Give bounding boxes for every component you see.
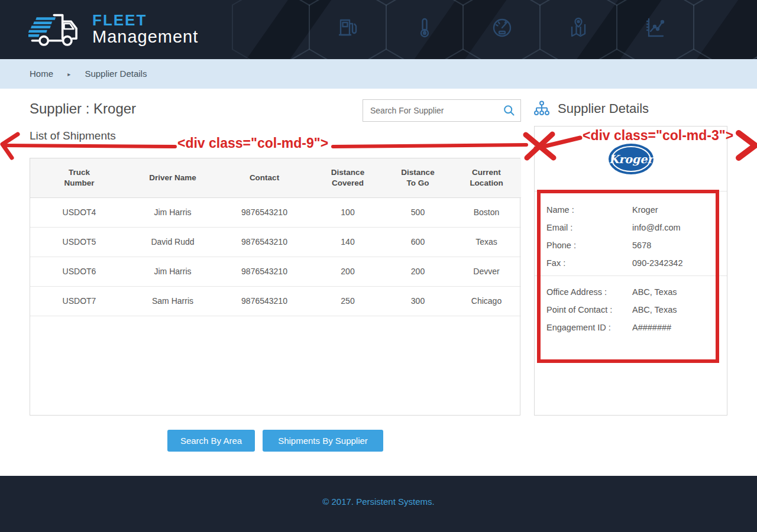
table-cell: 600 [384, 227, 452, 257]
field-value: ABC, Texas [632, 305, 677, 314]
column-header: Current Location [452, 158, 521, 197]
page-title: Supplier : Kroger [30, 100, 136, 117]
table-cell: 500 [384, 197, 452, 227]
field-row: Email :info@df.com [546, 219, 727, 236]
field-value: 5678 [632, 241, 651, 250]
list-of-shipments-title: List of Shipments [30, 129, 116, 142]
field-label: Fax : [546, 258, 632, 268]
field-label: Point of Contact : [546, 305, 632, 314]
copyright-text: © 2017. Persistent Systems. [0, 476, 757, 507]
field-label: Phone : [546, 241, 632, 250]
table-cell: 100 [312, 197, 384, 227]
search-by-area-button[interactable]: Search By Area [167, 430, 255, 452]
supplier-fields-group2: Office Address :ABC, TexasPoint of Conta… [535, 276, 727, 336]
table-row[interactable]: USDOT4Jim Harris9876543210100500Boston [30, 197, 521, 227]
kroger-logo-text: Kroger [609, 153, 654, 166]
speedometer-icon[interactable] [490, 16, 514, 40]
field-row: Point of Contact :ABC, Texas [546, 301, 727, 319]
table-cell: 300 [384, 286, 452, 316]
search-icon[interactable] [503, 105, 515, 116]
table-cell: 9876543210 [217, 286, 312, 316]
chart-icon[interactable] [643, 16, 667, 40]
shipments-table: Truck NumberDriver NameContactDistance C… [30, 158, 521, 316]
supplier-details-card: Kroger Name :KrogerEmail :info@df.comPho… [534, 126, 727, 416]
supplier-details-title: Supplier Details [558, 101, 649, 116]
logo-subtitle: Management [92, 28, 198, 46]
supplier-search-box [363, 99, 521, 122]
supplier-logo-section: Kroger [535, 126, 727, 192]
column-header: Driver Name [128, 158, 217, 197]
table-cell: USDOT6 [30, 257, 128, 286]
sitemap-icon [534, 100, 549, 117]
table-cell: David Rudd [128, 227, 217, 257]
field-label: Engagement ID : [546, 323, 632, 332]
fuel-icon[interactable] [336, 16, 360, 40]
breadcrumb-home[interactable]: Home [30, 69, 53, 79]
logo-title: FLEET [92, 12, 198, 28]
table-cell: Chicago [452, 286, 521, 316]
supplier-fields-group1: Name :KrogerEmail :info@df.comPhone :567… [535, 192, 727, 272]
field-label: Email : [546, 223, 632, 232]
field-row: Fax :090-2342342 [546, 254, 727, 272]
field-row: Phone :5678 [546, 236, 727, 254]
table-cell: 9876543210 [217, 257, 312, 286]
app-header: FLEET Management [0, 0, 757, 59]
table-cell: 250 [312, 286, 384, 316]
field-value: 090-2342342 [632, 258, 682, 268]
action-buttons: Search By Area Shipments By Supplier [167, 430, 383, 452]
field-value: A####### [632, 323, 671, 332]
thermometer-icon[interactable] [413, 16, 436, 40]
shipments-by-supplier-button[interactable]: Shipments By Supplier [263, 430, 383, 452]
field-label: Office Address : [546, 287, 632, 297]
table-cell: USDOT5 [30, 227, 128, 257]
field-label: Name : [546, 205, 632, 215]
table-body: USDOT4Jim Harris9876543210100500BostonUS… [30, 197, 521, 316]
column-header: Distance To Go [384, 158, 452, 197]
field-value: Kroger [632, 205, 658, 215]
table-header-row: Truck NumberDriver NameContactDistance C… [30, 158, 521, 197]
map-icon[interactable] [567, 16, 590, 40]
table-cell: USDOT7 [30, 286, 128, 316]
table-cell: Texas [452, 227, 521, 257]
app-footer: © 2017. Persistent Systems. [0, 476, 757, 532]
column-header: Distance Covered [312, 158, 384, 197]
field-row: Name :Kroger [546, 201, 727, 219]
table-cell: Boston [452, 197, 521, 227]
table-cell: 9876543210 [217, 197, 312, 227]
table-cell: USDOT4 [30, 197, 128, 227]
field-value: ABC, Texas [632, 287, 677, 297]
table-cell: Jim Harris [128, 197, 217, 227]
main-content: Supplier : Kroger Supplier Details List … [0, 89, 757, 476]
kroger-logo: Kroger [607, 142, 655, 176]
field-row: Office Address :ABC, Texas [546, 283, 727, 301]
table-cell: Devver [452, 257, 521, 286]
table-cell: 200 [384, 257, 452, 286]
shipments-table-card: Truck NumberDriver NameContactDistance C… [30, 158, 520, 416]
table-row[interactable]: USDOT5David Rudd9876543210140600Texas [30, 227, 521, 257]
table-cell: 140 [312, 227, 384, 257]
truck-logo-icon [28, 8, 83, 50]
field-value: info@df.com [632, 223, 681, 232]
table-cell: Jim Harris [128, 257, 217, 286]
column-header: Truck Number [30, 158, 128, 197]
app-logo: FLEET Management [28, 8, 198, 50]
field-row: Engagement ID :A####### [546, 319, 727, 336]
breadcrumb-current: Supplier Details [85, 69, 147, 79]
breadcrumb: Home ▸ Supplier Details [0, 59, 757, 89]
search-input[interactable] [363, 100, 504, 121]
supplier-details-heading: Supplier Details [534, 100, 649, 117]
table-cell: Sam Harris [128, 286, 217, 316]
breadcrumb-separator-icon: ▸ [67, 71, 70, 77]
table-row[interactable]: USDOT7Sam Harris9876543210250300Chicago [30, 286, 521, 316]
table-cell: 9876543210 [217, 227, 312, 257]
column-header: Contact [217, 158, 312, 197]
table-cell: 200 [312, 257, 384, 286]
table-row[interactable]: USDOT6Jim Harris9876543210200200Devver [30, 257, 521, 286]
